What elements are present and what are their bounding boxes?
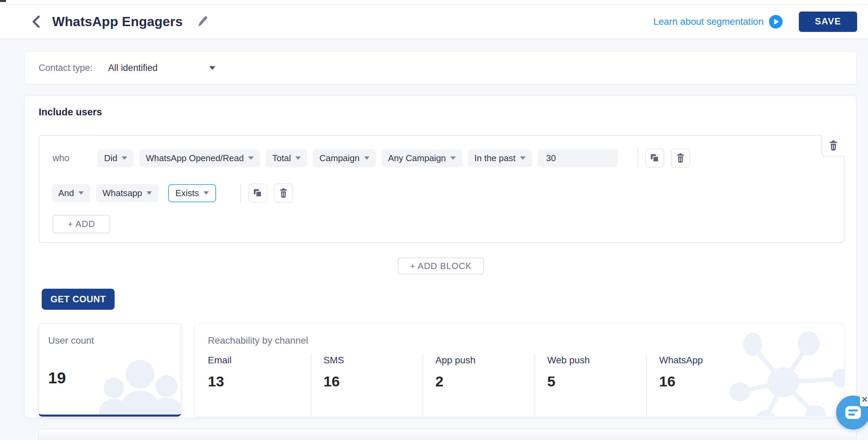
trash-icon (676, 153, 685, 163)
days-value-input[interactable] (538, 149, 618, 167)
channel-email: Email 13 (208, 355, 311, 390)
pencil-icon (197, 16, 208, 27)
edit-title-button[interactable] (196, 15, 209, 28)
header: WhatsApp Engagers Learn about segmentati… (0, 5, 868, 39)
aggregate-dropdown-label: Total (272, 153, 291, 164)
channel-label: App push (435, 355, 534, 366)
learn-about-segmentation-link[interactable]: Learn about segmentation (653, 16, 764, 27)
back-button[interactable] (29, 14, 43, 29)
operator-dropdown-label: Exists (175, 188, 199, 198)
did-dropdown-label: Did (104, 153, 117, 164)
user-count-title: User count (48, 335, 181, 346)
channel-value: 16 (659, 373, 703, 390)
next-section-card (38, 429, 856, 440)
people-silhouette-decoration (82, 359, 181, 417)
add-block-wrap: + ADD BLOCK (25, 257, 857, 274)
property-dropdown[interactable]: Whatsapp (96, 184, 158, 202)
chevron-down-icon (295, 156, 301, 160)
chat-close-button[interactable]: ✕ (860, 393, 868, 406)
chevron-down-icon (364, 156, 370, 160)
delete-condition-button[interactable] (671, 149, 690, 168)
contact-type-card: Contact type: All identified (24, 52, 856, 84)
operator-dropdown[interactable]: Exists (168, 184, 216, 202)
event-dropdown-label: WhatsApp Opened/Read (146, 153, 244, 164)
channel-whatsapp: WhatsApp 16 (646, 355, 703, 390)
chevron-down-icon (78, 191, 84, 195)
event-dropdown[interactable]: WhatsApp Opened/Read (139, 149, 260, 167)
did-dropdown[interactable]: Did (98, 149, 134, 167)
channel-value: 2 (435, 373, 534, 390)
contact-type-label: Contact type: (39, 63, 93, 73)
user-count-value: 19 (48, 368, 181, 387)
delete-condition-button[interactable] (274, 184, 293, 203)
time-range-dropdown-label: In the past (474, 153, 515, 164)
filter-block: who Did WhatsApp Opened/Read Total Campa… (39, 135, 845, 243)
channel-value: 13 (208, 373, 311, 390)
and-or-dropdown-label: And (58, 188, 74, 198)
channel-label: Email (208, 355, 311, 366)
top-strip (0, 0, 868, 4)
chevron-down-icon (122, 156, 127, 160)
contact-type-value[interactable]: All identified (108, 63, 158, 73)
chevron-down-icon (146, 191, 152, 195)
property-dropdown-label: Whatsapp (102, 188, 142, 198)
add-block-button[interactable]: + ADD BLOCK (398, 257, 484, 274)
save-button[interactable]: SAVE (799, 12, 857, 32)
get-count-button[interactable]: GET COUNT (42, 289, 115, 310)
any-campaign-dropdown[interactable]: Any Campaign (382, 149, 462, 167)
page-title: WhatsApp Engagers (52, 14, 183, 29)
channel-app-push: App push 2 (422, 355, 534, 390)
copy-condition-button[interactable] (645, 149, 664, 168)
channel-label: Web push (547, 355, 646, 366)
add-condition-button[interactable]: + ADD (53, 215, 110, 233)
filter-row-1: who Did WhatsApp Opened/Read Total Campa… (52, 149, 844, 168)
channel-sms: SMS 16 (311, 355, 422, 390)
column-divider (534, 353, 535, 417)
channel-label: WhatsApp (659, 355, 703, 366)
include-users-title: Include users (39, 107, 102, 118)
filter-row-2: And Whatsapp Exists (52, 184, 844, 203)
channel-value: 5 (547, 373, 646, 390)
chevron-down-icon[interactable] (209, 66, 215, 70)
play-video-icon[interactable] (769, 15, 783, 28)
row-divider (637, 149, 638, 168)
trash-icon (279, 188, 288, 198)
channel-value: 16 (323, 373, 422, 390)
chevron-down-icon (450, 156, 456, 160)
aggregate-dropdown[interactable]: Total (266, 149, 307, 167)
copy-condition-button[interactable] (248, 184, 267, 203)
reachability-card: Reachability by channel Email 13 SMS 16 … (194, 323, 845, 417)
campaign-dropdown[interactable]: Campaign (313, 149, 376, 167)
channel-web-push: Web push 5 (534, 355, 646, 390)
chevron-down-icon (520, 156, 526, 160)
corner-mark (0, 0, 6, 2)
user-count-card: User count 19 (39, 323, 181, 417)
any-campaign-dropdown-label: Any Campaign (388, 153, 446, 164)
trash-icon (829, 140, 838, 151)
column-divider (422, 353, 423, 417)
who-label: who (52, 153, 98, 164)
chevron-down-icon (248, 156, 254, 160)
copy-icon (253, 189, 262, 197)
chevron-left-icon (32, 15, 40, 28)
channels-row: Email 13 SMS 16 App push 2 Web push 5 Wh… (208, 355, 844, 390)
row-divider (240, 184, 241, 203)
column-divider (646, 353, 647, 417)
column-divider (311, 353, 311, 417)
time-range-dropdown[interactable]: In the past (468, 149, 532, 167)
campaign-dropdown-label: Campaign (319, 153, 360, 164)
channel-label: SMS (323, 355, 422, 366)
copy-icon (650, 154, 659, 162)
segment-builder-card: Include users who Did WhatsApp Opened/Re… (24, 95, 856, 418)
delete-block-button[interactable] (822, 135, 845, 157)
and-or-dropdown[interactable]: And (52, 184, 90, 202)
header-right: Learn about segmentation SAVE (653, 12, 857, 32)
chat-bubble-icon (845, 406, 861, 419)
chevron-down-icon (203, 191, 209, 195)
